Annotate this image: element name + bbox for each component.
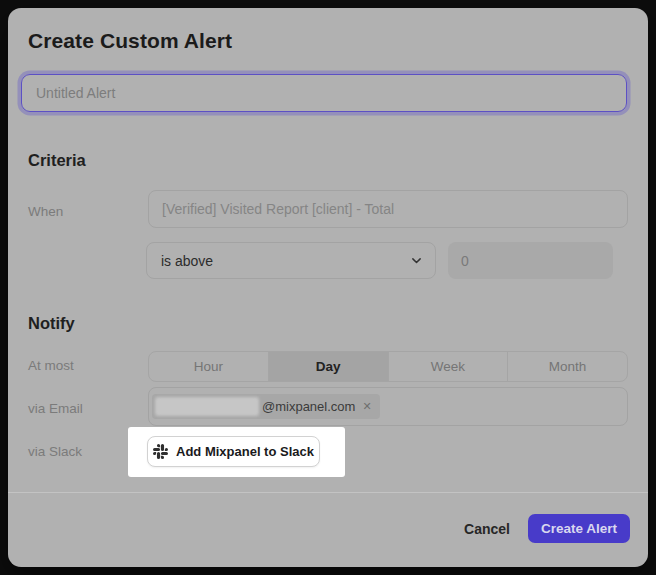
slack-button-label: Add Mixpanel to Slack xyxy=(176,444,314,459)
slack-icon xyxy=(153,444,168,459)
via-slack-label: via Slack xyxy=(28,444,82,459)
event-field[interactable]: [Verified] Visited Report [client] - Tot… xyxy=(148,190,628,228)
frequency-option-hour[interactable]: Hour xyxy=(149,352,268,381)
chevron-down-icon xyxy=(410,254,423,267)
create-custom-alert-modal: Create Custom Alert Criteria When [Verif… xyxy=(8,8,648,567)
redacted-email-username xyxy=(155,397,259,416)
cancel-button[interactable]: Cancel xyxy=(455,514,519,544)
email-recipients-field[interactable]: @mixpanel.com ✕ xyxy=(148,387,628,426)
remove-email-icon[interactable]: ✕ xyxy=(362,401,371,412)
frequency-option-day[interactable]: Day xyxy=(268,352,388,381)
event-field-value: [Verified] Visited Report [client] - Tot… xyxy=(162,201,394,217)
threshold-input[interactable] xyxy=(448,242,613,279)
frequency-option-week[interactable]: Week xyxy=(388,352,508,381)
notify-heading: Notify xyxy=(28,314,75,333)
operator-select[interactable]: is above xyxy=(146,242,436,279)
frequency-segmented-control: Hour Day Week Month xyxy=(148,351,628,382)
footer-divider xyxy=(8,492,648,493)
at-most-label: At most xyxy=(28,358,74,373)
criteria-heading: Criteria xyxy=(28,151,86,170)
operator-select-value: is above xyxy=(161,253,213,269)
when-label: When xyxy=(28,204,63,219)
create-alert-button[interactable]: Create Alert xyxy=(528,514,630,543)
frequency-option-month[interactable]: Month xyxy=(507,352,627,381)
alert-name-input[interactable] xyxy=(21,74,627,112)
dimmed-backdrop: Create Custom Alert Criteria When [Verif… xyxy=(0,0,656,575)
email-recipient-chip: @mixpanel.com ✕ xyxy=(152,394,380,419)
spotlight-highlight: Add Mixpanel to Slack xyxy=(128,427,345,477)
via-email-label: via Email xyxy=(28,401,83,416)
modal-title: Create Custom Alert xyxy=(28,29,232,53)
email-domain-text: @mixpanel.com xyxy=(262,399,355,414)
add-mixpanel-to-slack-button[interactable]: Add Mixpanel to Slack xyxy=(147,436,320,467)
